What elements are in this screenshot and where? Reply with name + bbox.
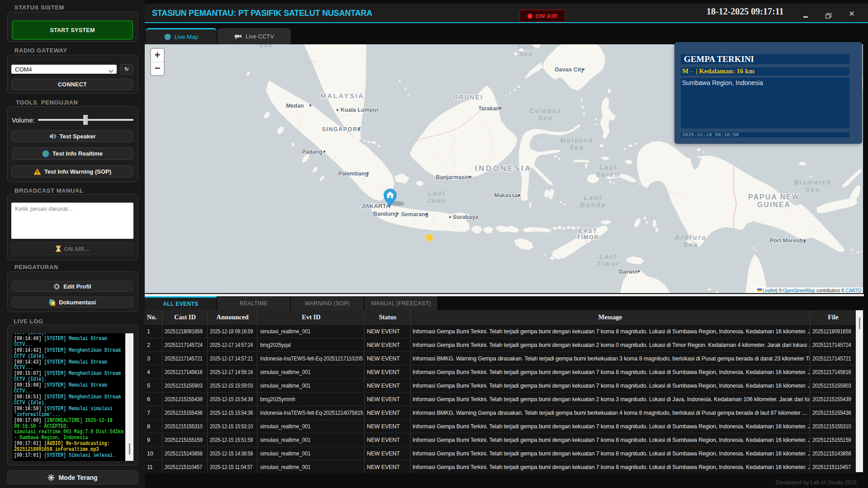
svg-text:TIMOR: TIMOR xyxy=(577,234,599,241)
svg-text:contributors ©: contributors © xyxy=(816,288,845,293)
svg-text:Sea: Sea xyxy=(683,241,698,248)
svg-text:+: + xyxy=(155,49,161,61)
svg-text:MALAYSIA: MALAYSIA xyxy=(321,92,365,99)
svg-text:Banda: Banda xyxy=(580,201,606,208)
svg-text:Davao City: Davao City xyxy=(555,66,584,73)
svg-text:Seram: Seram xyxy=(596,171,621,178)
svg-text:INDONESIA: INDONESIA xyxy=(475,164,532,173)
svg-text:Sea: Sea xyxy=(569,144,584,151)
svg-text:| ©: | © xyxy=(776,288,782,293)
svg-text:JAKARTA: JAKARTA xyxy=(361,203,390,209)
svg-text:Darwin: Darwin xyxy=(619,269,638,275)
svg-text:Sulu: Sulu xyxy=(517,44,535,50)
svg-text:SINGAPORE: SINGAPORE xyxy=(322,126,362,133)
svg-text:Sea: Sea xyxy=(519,51,533,57)
svg-text:Medan: Medan xyxy=(286,103,304,109)
svg-text:Bandung: Bandung xyxy=(373,211,398,217)
svg-text:BRUNEI: BRUNEI xyxy=(453,94,483,101)
svg-text:Laut: Laut xyxy=(599,164,617,171)
svg-text:Surabaya: Surabaya xyxy=(453,214,479,220)
svg-text:OpenStreetMap: OpenStreetMap xyxy=(783,288,815,293)
svg-text:Laut: Laut xyxy=(428,190,446,197)
svg-text:Makassar: Makassar xyxy=(494,192,520,199)
svg-text:Kuala Lumpur: Kuala Lumpur xyxy=(341,107,379,113)
svg-text:Sea: Sea xyxy=(259,44,273,48)
svg-text:EAST: EAST xyxy=(579,227,598,234)
svg-text:Celebes: Celebes xyxy=(529,107,561,114)
svg-text:Palembang: Palembang xyxy=(338,171,369,177)
svg-text:Timor: Timor xyxy=(597,260,620,267)
svg-text:Sea: Sea xyxy=(538,114,553,122)
svg-text:Semarang: Semarang xyxy=(401,211,428,218)
svg-text:Sea: Sea xyxy=(806,186,820,193)
svg-text:GUINEA: GUINEA xyxy=(757,201,791,208)
svg-text:−: − xyxy=(155,62,161,74)
svg-text:Laut: Laut xyxy=(599,253,617,260)
svg-text:Padang: Padang xyxy=(302,149,322,155)
svg-text:Port Moresby: Port Moresby xyxy=(770,237,806,244)
svg-text:PAPUA NEW: PAPUA NEW xyxy=(748,193,800,201)
svg-text:Tarakan: Tarakan xyxy=(478,105,499,112)
svg-text:Laut: Laut xyxy=(583,194,602,201)
svg-text:Arafura: Arafura xyxy=(674,233,707,241)
svg-text:Leaflet: Leaflet xyxy=(763,288,776,293)
svg-text:Molucca: Molucca xyxy=(560,137,593,144)
svg-text:Banjarmasin: Banjarmasin xyxy=(436,174,470,180)
svg-text:CARTO: CARTO xyxy=(846,288,862,293)
svg-text:Bismarck: Bismarck xyxy=(794,179,831,186)
svg-text:Jawa: Jawa xyxy=(427,197,447,204)
